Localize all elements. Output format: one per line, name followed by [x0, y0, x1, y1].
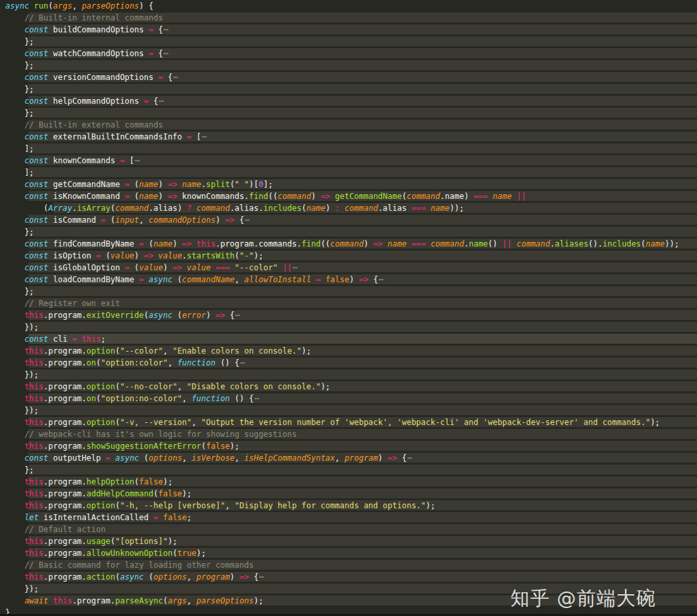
code-line[interactable]: const versionCommandOptions = {⋯	[0, 71, 697, 83]
code-token: };	[24, 287, 34, 296]
fold-ellipsis-icon[interactable]: ⋯	[407, 453, 413, 463]
code-line[interactable]: };	[0, 464, 697, 476]
code-token: addHelpCommand	[87, 489, 153, 498]
code-token: =	[101, 215, 106, 225]
code-token: .program.	[44, 549, 87, 558]
code-token: =	[144, 96, 149, 106]
code-token: const	[24, 49, 53, 58]
code-line[interactable]: // Built-in internal commands	[0, 12, 697, 24]
code-token: const	[24, 25, 53, 34]
code-token: // Built-in internal commands	[24, 13, 163, 22]
code-line[interactable]: const isCommand = (input, commandOptions…	[0, 214, 697, 226]
code-line[interactable]: // Register own exit	[0, 297, 697, 309]
fold-ellipsis-icon[interactable]: ⋯	[378, 275, 384, 284]
code-line[interactable]: };	[0, 107, 697, 119]
code-line[interactable]: });	[0, 404, 697, 416]
code-line[interactable]: const outputHelp = async (options, isVer…	[0, 452, 697, 464]
code-line[interactable]: const isKnownCommand = (name) => knownCo…	[0, 190, 697, 202]
code-token: input	[115, 215, 139, 225]
code-token: name	[139, 180, 158, 189]
code-token: ,	[187, 572, 196, 582]
code-line[interactable]: const buildCommandOptions = {⋯	[0, 24, 697, 36]
code-line[interactable]: const isOption = (value) => value.starts…	[0, 250, 697, 262]
code-line[interactable]: ];	[0, 143, 697, 155]
code-line[interactable]: let isInternalActionCalled = false;	[0, 512, 697, 523]
code-line[interactable]: const loadCommandByName = async (command…	[0, 274, 697, 286]
code-token: =	[120, 156, 124, 165]
code-line[interactable]: };	[0, 59, 697, 71]
code-token: const	[24, 275, 53, 284]
code-token	[488, 192, 493, 201]
code-line[interactable]: const findCommandByName = (name) => this…	[0, 238, 697, 250]
code-token: ;	[101, 334, 106, 344]
code-line[interactable]: (Array.isArray(command.alias) ? command.…	[0, 202, 697, 214]
code-token: action	[87, 572, 115, 582]
code-token: ,	[168, 358, 177, 367]
code-token: (	[144, 572, 153, 582]
fold-ellipsis-icon[interactable]: ⋯	[239, 358, 245, 367]
fold-ellipsis-icon[interactable]: ⋯	[163, 49, 169, 58]
code-line[interactable]: this.program.action(async (options, prog…	[0, 571, 697, 583]
code-line[interactable]: // Built-in external commands	[0, 119, 697, 131]
code-line[interactable]: this.program.showSuggestionAfterError(fa…	[0, 440, 697, 452]
code-token: ()	[488, 239, 503, 249]
fold-ellipsis-icon[interactable]: ⋯	[244, 215, 250, 225]
code-token: )	[378, 453, 388, 463]
code-token: loadCommandByName	[53, 275, 139, 284]
code-line[interactable]: };	[0, 83, 697, 95]
code-line[interactable]: };	[0, 226, 697, 238]
code-line[interactable]: this.program.on("option:no-color", funct…	[0, 393, 697, 404]
code-line[interactable]: // webpack-cli has it's own logic for sh…	[0, 428, 697, 440]
fold-ellipsis-icon[interactable]: ⋯	[254, 394, 260, 403]
fold-ellipsis-icon[interactable]: ⋯	[292, 263, 298, 272]
code-line-text: };	[0, 83, 697, 95]
fold-ellipsis-icon[interactable]: ⋯	[163, 25, 169, 34]
code-line[interactable]: });	[0, 369, 697, 381]
code-token: ,	[163, 346, 172, 356]
code-line[interactable]: };	[0, 36, 697, 48]
code-token: .program.	[44, 537, 87, 546]
code-line[interactable]: const getCommandName = (name) => name.sp…	[0, 178, 697, 190]
code-token: command	[115, 204, 149, 213]
code-token: value	[187, 263, 211, 272]
code-token: // Built-in external commands	[24, 120, 163, 130]
fold-ellipsis-icon[interactable]: ⋯	[173, 73, 179, 82]
code-line[interactable]: this.program.allowUnknownOption(true);	[0, 547, 697, 559]
code-token: const	[24, 73, 53, 82]
code-line[interactable]: this.program.addHelpCommand(false);	[0, 488, 697, 500]
code-token: };	[24, 108, 34, 118]
code-line[interactable]: async run(args, parseOptions) {	[0, 0, 697, 12]
code-token: {	[249, 572, 259, 582]
code-line[interactable]: // Default action	[0, 523, 697, 535]
code-line[interactable]: const helpCommandOptions = {⋯	[0, 95, 697, 107]
code-line[interactable]: };	[0, 286, 697, 297]
code-token: (	[173, 275, 182, 284]
code-line[interactable]: this.program.option("--color", "Enable c…	[0, 345, 697, 357]
code-line[interactable]: this.program.option("-v, --version", "Ou…	[0, 416, 697, 428]
fold-ellipsis-icon[interactable]: ⋯	[235, 311, 241, 320]
code-token: "-h, --help [verbose]"	[120, 501, 225, 510]
code-line[interactable]: this.program.option("-h, --help [verbose…	[0, 500, 697, 512]
code-token: =	[106, 453, 110, 463]
code-line[interactable]: this.program.helpOption(false);	[0, 476, 697, 488]
code-line[interactable]: this.program.option("--no-color", "Disab…	[0, 381, 697, 393]
code-line[interactable]: const cli = this;	[0, 333, 697, 345]
code-line[interactable]: const knownCommands = [⋯	[0, 155, 697, 167]
code-token: =>	[173, 263, 182, 272]
code-line[interactable]: const isGlobalOption = (value) => value …	[0, 262, 697, 274]
code-line[interactable]: this.program.on("option:color", function…	[0, 357, 697, 369]
code-line[interactable]: this.program.exitOverride(async (error) …	[0, 309, 697, 321]
code-token: "Output the version number of 'webpack',…	[201, 418, 650, 427]
fold-ellipsis-icon[interactable]: ⋯	[259, 572, 265, 582]
code-line[interactable]: this.program.usage("[options]");	[0, 535, 697, 547]
code-area[interactable]: async run(args, parseOptions) {// Built-…	[0, 0, 697, 616]
code-line[interactable]: });	[0, 321, 697, 333]
fold-ellipsis-icon[interactable]: ⋯	[158, 96, 164, 106]
code-line[interactable]: const externalBuiltInCommandsInfo = [⋯	[0, 131, 697, 143]
code-line[interactable]: const watchCommandOptions = {⋯	[0, 48, 697, 59]
fold-ellipsis-icon[interactable]: ⋯	[201, 132, 207, 141]
code-line[interactable]: // Basic command for lazy loading other …	[0, 559, 697, 571]
code-line[interactable]: ];	[0, 167, 697, 178]
fold-ellipsis-icon[interactable]: ⋯	[134, 156, 140, 165]
code-token: {	[149, 96, 158, 106]
